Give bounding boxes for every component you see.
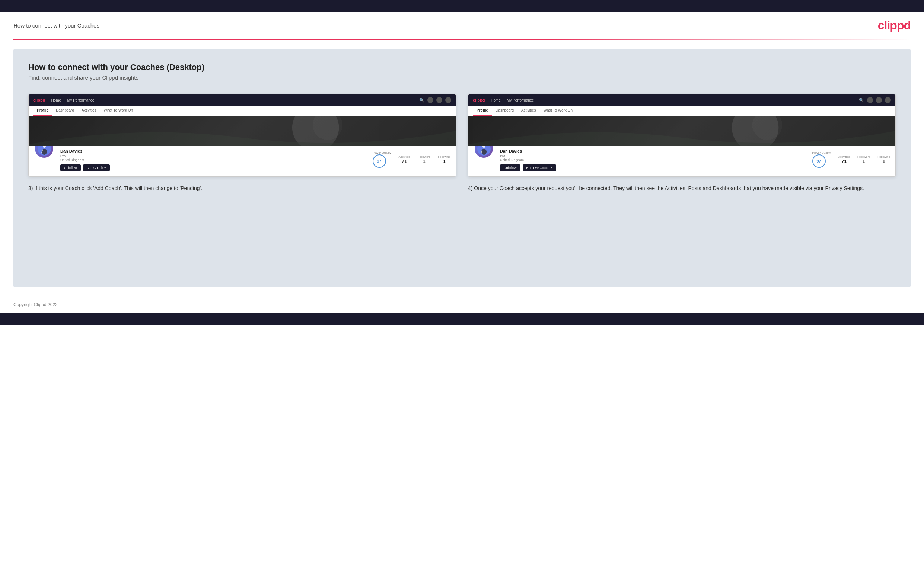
profile-name-1: Dan Davies [60,149,367,153]
profile-role-2: Pro [500,154,806,158]
section-title: How to connect with your Coaches (Deskto… [28,63,896,72]
stat-quality-1: Player Quality 97 [373,151,391,168]
mock-tabs-2: Profile Dashboard Activities What To Wor… [468,106,895,116]
unfollow-button-1[interactable]: Unfollow [60,164,81,171]
user-icon-2 [867,97,873,103]
tab-what-to-work-on-2[interactable]: What To Work On [540,106,577,116]
quality-circle-2: 97 [812,155,826,168]
search-icon-2: 🔍 [859,98,864,103]
search-icon-1: 🔍 [419,98,425,103]
tab-activities-2[interactable]: Activities [517,106,540,116]
stat-activities-2: Activities 71 [838,155,850,164]
mock-logo-1: clippd [33,98,45,102]
column-1: clippd Home My Performance 🔍 Profile Das… [28,94,456,192]
mock-nav-performance-1: My Performance [67,98,94,102]
stat-following-1: Following 1 [438,155,451,164]
mock-navbar-1: clippd Home My Performance 🔍 [29,95,456,106]
mock-profile-section-1: Dan Davies Pro United Kingdom Unfollow A… [29,146,456,176]
remove-coach-icon: × [551,166,552,170]
copyright: Copyright Clippd 2022 [13,302,58,307]
mock-navbar-2: clippd Home My Performance 🔍 [468,95,895,106]
mock-nav-home-1: Home [51,98,61,102]
stat-quality-2: Player Quality 97 [812,151,831,168]
profile-buttons-2: Unfollow Remove Coach × [500,164,806,171]
profile-buttons-1: Unfollow Add Coach + [60,164,367,171]
tab-activities-1[interactable]: Activities [78,106,100,116]
stat-following-2: Following 1 [877,155,890,164]
profile-info-1: Dan Davies Pro United Kingdom Unfollow A… [60,149,367,171]
mock-banner-1 [29,116,456,146]
mock-stats-2: Player Quality 97 Activities 71 Follower… [812,149,890,168]
profile-location-1: United Kingdom [60,158,367,162]
activities-value-2: 71 [838,158,850,164]
following-label-2: Following [877,155,890,158]
screenshot-2: clippd Home My Performance 🔍 Profile Das… [468,94,896,177]
tab-profile-1[interactable]: Profile [33,106,52,116]
tab-profile-2[interactable]: Profile [473,106,492,116]
followers-value-1: 1 [418,158,430,164]
settings-icon-1 [436,97,442,103]
mock-profile-section-2: Dan Davies Pro United Kingdom Unfollow R… [468,146,895,176]
unfollow-button-2[interactable]: Unfollow [500,164,520,171]
activities-label-2: Activities [838,155,850,158]
header-divider [13,39,911,40]
quality-circle-1: 97 [373,155,386,168]
globe-icon-1 [445,97,451,103]
tab-dashboard-2[interactable]: Dashboard [492,106,517,116]
add-coach-label: Add Coach [87,166,103,170]
mock-nav-home-2: Home [491,98,501,102]
tab-what-to-work-on-1[interactable]: What To Work On [100,106,137,116]
profile-name-2: Dan Davies [500,149,806,153]
section-subtitle: Find, connect and share your Clippd insi… [28,74,896,81]
followers-label-1: Followers [418,155,430,158]
mock-tabs-1: Profile Dashboard Activities What To Wor… [29,106,456,116]
profile-info-2: Dan Davies Pro United Kingdom Unfollow R… [500,149,806,171]
globe-icon-2 [885,97,891,103]
remove-coach-button[interactable]: Remove Coach × [523,164,556,171]
activities-label-1: Activities [398,155,410,158]
add-coach-icon: + [104,166,106,170]
settings-icon-2 [876,97,882,103]
following-value-1: 1 [438,158,451,164]
profile-role-1: Pro [60,154,367,158]
svg-point-1 [292,116,339,146]
header-title: How to connect with your Coaches [13,22,99,29]
following-label-1: Following [438,155,451,158]
footer: Copyright Clippd 2022 [0,296,924,313]
following-value-2: 1 [877,158,890,164]
mock-nav-performance-2: My Performance [507,98,534,102]
remove-coach-label: Remove Coach [527,166,549,170]
main-content: How to connect with your Coaches (Deskto… [13,49,911,287]
add-coach-button[interactable]: Add Coach + [83,164,110,171]
mock-logo-2: clippd [473,98,485,102]
bottom-bar [0,313,924,325]
followers-value-2: 1 [857,158,870,164]
columns: clippd Home My Performance 🔍 Profile Das… [28,94,896,192]
clippd-logo: clippd [878,19,911,32]
mock-nav-icons-2: 🔍 [859,97,891,103]
quality-label-1: Player Quality [373,151,391,155]
mock-nav-icons-1: 🔍 [419,97,451,103]
stat-activities-1: Activities 71 [398,155,410,164]
description-2: 4) Once your Coach accepts your request … [468,184,896,192]
top-bar [0,0,924,12]
description-1: 3) If this is your Coach click 'Add Coac… [28,184,456,192]
followers-label-2: Followers [857,155,870,158]
header: How to connect with your Coaches clippd [0,12,924,39]
quality-label-2: Player Quality [812,151,831,155]
mock-banner-2 [468,116,895,146]
profile-location-2: United Kingdom [500,158,806,162]
column-2: clippd Home My Performance 🔍 Profile Das… [468,94,896,192]
banner-image-1 [29,116,456,146]
svg-point-7 [732,116,779,146]
stat-followers-2: Followers 1 [857,155,870,164]
user-icon-1 [427,97,433,103]
tab-dashboard-1[interactable]: Dashboard [52,106,78,116]
mock-stats-1: Player Quality 97 Activities 71 Follower… [373,149,451,168]
activities-value-1: 71 [398,158,410,164]
stat-followers-1: Followers 1 [418,155,430,164]
banner-image-2 [468,116,895,146]
screenshot-1: clippd Home My Performance 🔍 Profile Das… [28,94,456,177]
